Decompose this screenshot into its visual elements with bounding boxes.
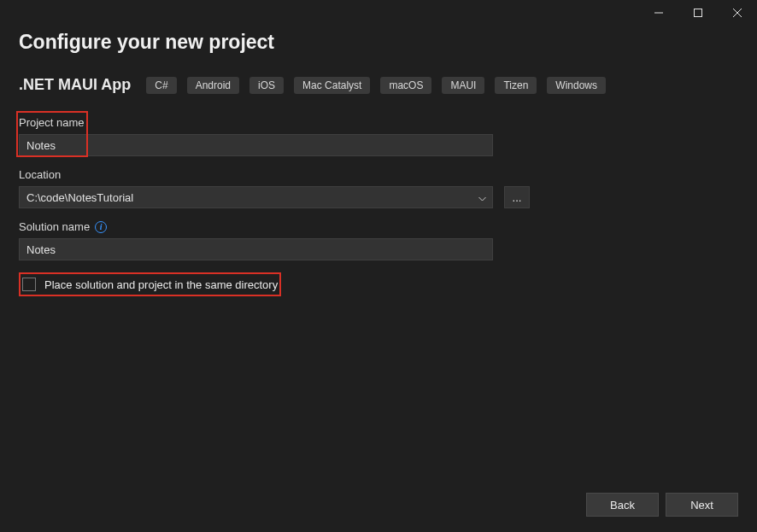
tag: iOS [249,77,284,94]
maximize-button[interactable] [678,0,718,26]
tag: Mac Catalyst [294,77,370,94]
same-directory-checkbox-row[interactable]: Place solution and project in the same d… [19,272,281,296]
svg-rect-1 [695,9,702,17]
solution-name-input[interactable] [19,238,493,260]
tag: Windows [547,77,606,94]
minimize-button[interactable] [639,0,678,26]
tag: C# [146,77,176,94]
location-label: Location [19,168,530,181]
back-button[interactable]: Back [586,493,659,517]
browse-button[interactable]: ... [504,186,530,208]
template-header-row: .NET MAUI App C# Android iOS Mac Catalys… [19,76,738,94]
close-button[interactable] [718,0,757,26]
location-input[interactable] [19,186,493,208]
tag: macOS [380,77,431,94]
window-titlebar [0,0,757,26]
tag: Android [187,77,239,94]
project-name-label: Project name [19,116,493,129]
project-name-input[interactable] [19,134,493,156]
page-title: Configure your new project [19,31,738,54]
tag: MAUI [442,77,484,94]
solution-name-label: Solution name [19,220,90,233]
same-directory-label: Place solution and project in the same d… [44,278,278,291]
footer: Back Next [586,493,738,517]
tag: Tizen [495,77,537,94]
next-button[interactable]: Next [666,493,738,517]
template-name: .NET MAUI App [19,76,131,94]
info-icon[interactable]: i [95,221,107,233]
checkbox-box[interactable] [22,278,36,291]
